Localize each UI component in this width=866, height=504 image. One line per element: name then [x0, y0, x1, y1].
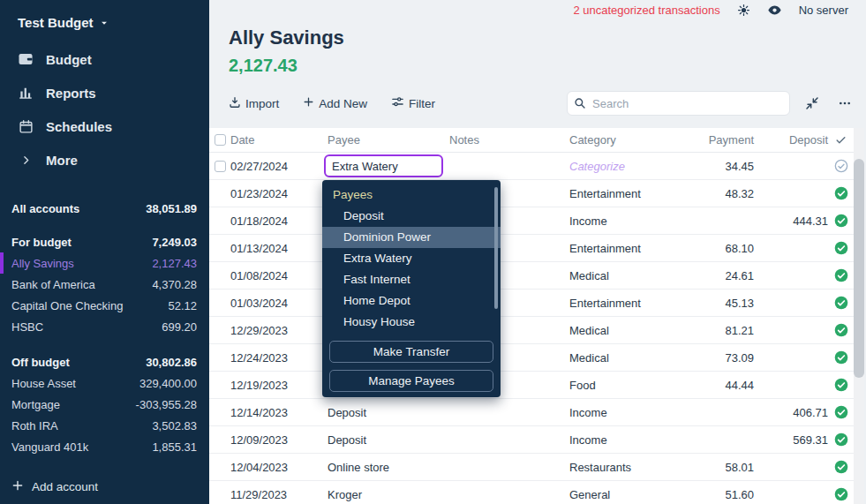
sidebar-account-ally-savings[interactable]: Ally Savings 2,127.43 — [0, 252, 209, 274]
payee-option-housy-house[interactable]: Housy House — [322, 312, 501, 333]
cleared-status-icon[interactable] — [828, 460, 854, 474]
cleared-status-icon[interactable] — [828, 378, 854, 392]
transaction-category[interactable]: Medical — [569, 351, 680, 365]
transaction-category[interactable]: Entertainment — [569, 187, 680, 200]
sidebar-account-house-asset[interactable]: House Asset 329,400.00 — [0, 372, 209, 394]
transaction-deposit[interactable]: 406.71 — [754, 406, 828, 419]
table-scrollbar-thumb[interactable] — [854, 159, 864, 378]
transaction-category[interactable]: Medical — [569, 269, 680, 282]
column-header-deposit[interactable]: Deposit — [754, 133, 828, 147]
transaction-payment[interactable]: 24.61 — [680, 269, 754, 282]
cleared-status-icon[interactable] — [828, 323, 854, 337]
theme-sun-icon[interactable] — [737, 4, 750, 17]
column-header-category[interactable]: Category — [569, 133, 680, 147]
cleared-status-icon[interactable] — [828, 241, 854, 255]
transaction-date[interactable]: 12/19/2023 — [230, 379, 328, 392]
sidebar-account-mortgage[interactable]: Mortgage -303,955.28 — [0, 394, 209, 415]
transaction-date[interactable]: 01/18/2024 — [230, 214, 328, 228]
transaction-payment[interactable]: 81.21 — [680, 324, 754, 337]
filter-button[interactable]: Filter — [391, 95, 435, 111]
column-header-payee[interactable]: Payee — [328, 133, 449, 147]
payee-option-extra-watery[interactable]: Extra Watery — [322, 248, 501, 269]
cleared-status-icon[interactable] — [828, 487, 854, 501]
transaction-category[interactable]: Entertainment — [569, 297, 680, 310]
transaction-payee[interactable]: Deposit — [328, 406, 449, 419]
transaction-category[interactable]: Entertainment — [569, 242, 680, 255]
transaction-row[interactable]: 12/14/2023 Deposit Income 406.71 — [209, 399, 854, 426]
transaction-row[interactable]: 01/08/2024 Medical 24.61 — [209, 262, 854, 290]
categorize-link[interactable]: Categorize — [569, 160, 625, 173]
cleared-status-icon[interactable] — [828, 296, 854, 310]
manage-payees-button[interactable]: Manage Payees — [329, 370, 493, 392]
sidebar-item-schedules[interactable]: Schedules — [0, 109, 209, 143]
privacy-eye-icon[interactable] — [767, 3, 782, 18]
transaction-category[interactable]: Income — [569, 433, 680, 447]
payee-option-deposit[interactable]: Deposit — [322, 206, 501, 227]
transaction-row[interactable]: 01/18/2024 Income 444.31 — [209, 207, 854, 235]
column-header-cleared-icon[interactable] — [828, 134, 854, 146]
transaction-payment[interactable]: 58.01 — [680, 461, 754, 474]
transaction-category[interactable]: Income — [569, 214, 680, 228]
transaction-category[interactable]: Food — [569, 379, 680, 392]
transaction-date[interactable]: 12/29/2023 — [230, 324, 328, 337]
search-input[interactable] — [567, 91, 790, 116]
uncategorized-alert[interactable]: 2 uncategorized transactions — [573, 4, 719, 17]
transaction-payee[interactable]: Online store — [328, 461, 449, 474]
collapse-arrows-icon[interactable] — [805, 96, 819, 110]
cleared-status-icon[interactable] — [828, 405, 854, 419]
row-checkbox[interactable] — [215, 161, 226, 172]
transaction-category[interactable]: Restaurants — [569, 461, 680, 474]
column-header-date[interactable]: Date — [230, 133, 328, 147]
add-account-button[interactable]: Add account — [11, 479, 98, 494]
cleared-status-icon[interactable] — [828, 350, 854, 365]
sidebar-account-roth-ira[interactable]: Roth IRA 3,502.83 — [0, 415, 209, 436]
transaction-row[interactable]: 01/23/2024 Entertainment 48.32 — [209, 180, 854, 207]
transaction-payee[interactable]: Kroger — [328, 488, 449, 501]
import-button[interactable]: Import — [229, 96, 279, 111]
transaction-row[interactable]: 11/29/2023 Kroger General 51.60 — [209, 481, 854, 504]
transaction-date[interactable]: 12/04/2023 — [230, 461, 328, 474]
transaction-payment[interactable]: 44.44 — [680, 379, 754, 392]
transaction-payment[interactable]: 45.13 — [680, 297, 754, 310]
cleared-status-icon[interactable] — [828, 186, 854, 200]
transaction-category[interactable]: Medical — [569, 324, 680, 337]
payee-input[interactable] — [324, 154, 443, 177]
transaction-row[interactable]: 12/04/2023 Online store Restaurants 58.0… — [209, 454, 854, 481]
transaction-date[interactable]: 12/24/2023 — [230, 351, 328, 365]
transaction-row[interactable]: 12/19/2023 Food 44.44 — [209, 372, 854, 399]
account-balance-total[interactable]: 2,127.43 — [229, 56, 344, 76]
transaction-category[interactable]: Income — [569, 406, 680, 419]
payee-option-fast-internet[interactable]: Fast Internet — [322, 269, 501, 290]
transaction-deposit[interactable]: 444.31 — [754, 214, 828, 228]
off-budget-header[interactable]: Off budget 30,802.86 — [0, 351, 209, 372]
transaction-date[interactable]: 01/08/2024 — [230, 269, 328, 282]
transaction-category[interactable]: Categorize — [569, 160, 680, 173]
transaction-row-editing[interactable]: 02/27/2024 Categorize 34.45 — [209, 153, 854, 180]
make-transfer-button[interactable]: Make Transfer — [329, 341, 493, 363]
transaction-payment[interactable]: 34.45 — [680, 160, 754, 173]
transaction-date[interactable]: 11/29/2023 — [230, 488, 328, 501]
transaction-row[interactable]: 12/24/2023 Medical 73.09 — [209, 344, 854, 372]
transaction-payment[interactable]: 73.09 — [680, 351, 754, 365]
ellipsis-menu-icon[interactable] — [838, 96, 852, 110]
server-status[interactable]: No server — [799, 4, 848, 17]
budget-switcher[interactable]: Test Budget — [0, 0, 209, 30]
sidebar-item-reports[interactable]: Reports — [0, 76, 209, 109]
transaction-date[interactable]: 12/09/2023 — [230, 433, 328, 447]
transaction-payment[interactable]: 51.60 — [680, 488, 754, 501]
payee-option-home-depot[interactable]: Home Depot — [322, 290, 501, 312]
transaction-date[interactable]: 01/03/2024 — [230, 297, 328, 310]
dropdown-scrollbar-thumb[interactable] — [494, 187, 498, 309]
transaction-payee[interactable]: Deposit — [328, 433, 449, 447]
transaction-date[interactable]: 02/27/2024 — [230, 160, 328, 173]
cleared-status-icon[interactable] — [828, 268, 854, 282]
transaction-row[interactable]: 12/29/2023 Medical 81.21 — [209, 317, 854, 344]
for-budget-header[interactable]: For budget 7,249.03 — [0, 231, 209, 252]
payee-option-dominion-power[interactable]: Dominion Power — [322, 227, 501, 248]
all-accounts-row[interactable]: All accounts 38,051.89 — [0, 198, 209, 219]
column-header-payment[interactable]: Payment — [680, 133, 754, 147]
transaction-date[interactable]: 01/23/2024 — [230, 187, 328, 200]
transaction-payment[interactable]: 48.32 — [680, 187, 754, 200]
transaction-deposit[interactable]: 569.31 — [754, 433, 828, 447]
sidebar-account-hsbc[interactable]: HSBC 699.20 — [0, 316, 209, 337]
